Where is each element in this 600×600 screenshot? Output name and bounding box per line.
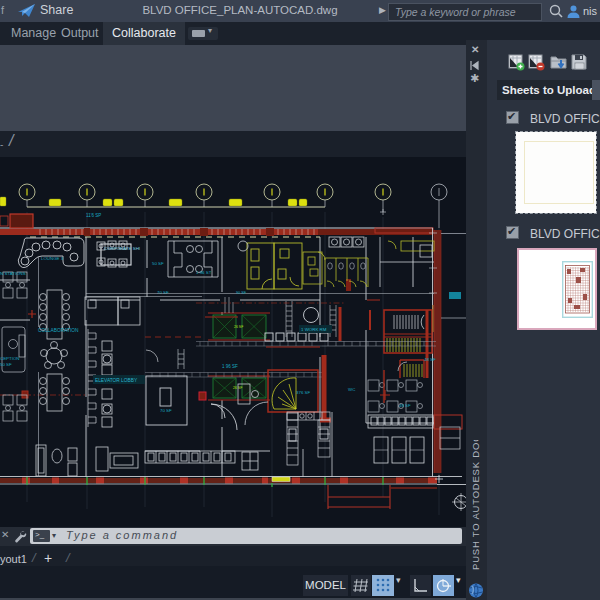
svg-text:48 SF: 48 SF [399, 403, 411, 408]
svg-text:70 SF: 70 SF [160, 408, 172, 413]
svg-text:48 SF: 48 SF [424, 357, 436, 362]
svg-text:PUSH TO AUTODESK DOCS: PUSH TO AUTODESK DOCS [470, 440, 481, 570]
svg-text:50 SF: 50 SF [0, 362, 12, 367]
svg-text:WC: WC [348, 387, 355, 392]
svg-text:1 WORK RM: 1 WORK RM [301, 327, 327, 332]
svg-text:COLLABORATION: COLLABORATION [38, 328, 79, 333]
svg-text:N STATIONS: N STATIONS [0, 271, 26, 276]
svg-text:LOUNGE 3: LOUNGE 3 [41, 256, 64, 261]
svg-text:CORPORATE SHI: CORPORATE SHI [104, 246, 140, 251]
svg-text:1 96 SF: 1 96 SF [222, 364, 238, 369]
svg-text:CEPTION: CEPTION [0, 356, 20, 361]
svg-text:26 SF: 26 SF [234, 325, 243, 329]
svg-text:50 SF: 50 SF [152, 261, 164, 266]
svg-text:11'6 SP: 11'6 SP [86, 213, 101, 218]
svg-text:ELEVATOR LOBBY: ELEVATOR LOBBY [95, 378, 138, 383]
svg-text:376 SF: 376 SF [296, 390, 310, 395]
svg-text:90 SF: 90 SF [236, 291, 247, 295]
svg-text:70 SF: 70 SF [157, 290, 169, 295]
svg-text:1.96 ST: 1.96 ST [196, 270, 212, 275]
